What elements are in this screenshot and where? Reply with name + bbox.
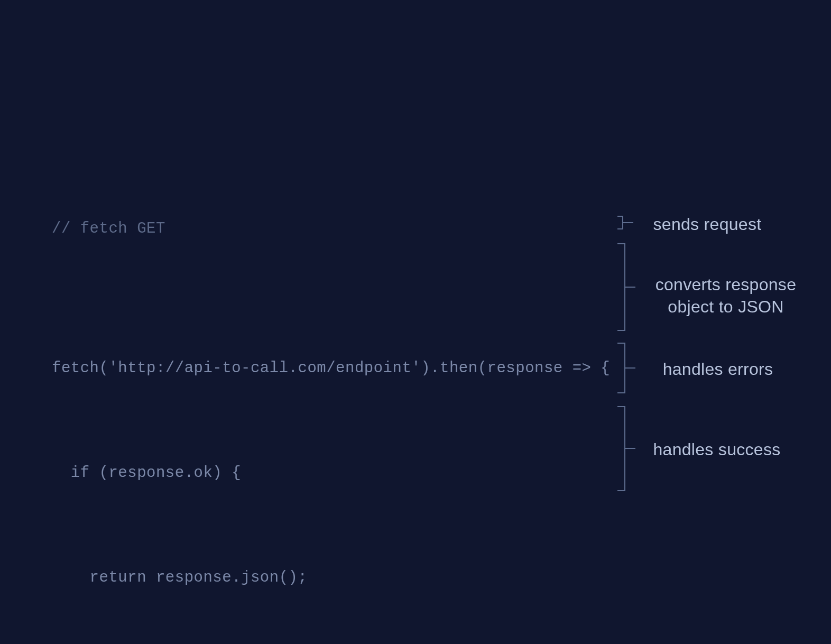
annotation-converts-response-2: object to JSON bbox=[644, 296, 808, 318]
annotation-converts-response-1: converts response bbox=[644, 274, 808, 296]
code-line-2: return response.json(); bbox=[52, 560, 797, 595]
annotation-handles-errors: handles errors bbox=[663, 360, 773, 379]
code-line-1: if (response.ok) { bbox=[52, 456, 797, 491]
bracket-3 bbox=[617, 342, 649, 394]
annotation-handles-success: handles success bbox=[653, 440, 780, 459]
diagram-container: // fetch GET fetch('http://api-to-call.c… bbox=[52, 142, 797, 644]
annotation-sends-request: sends request bbox=[653, 215, 762, 234]
